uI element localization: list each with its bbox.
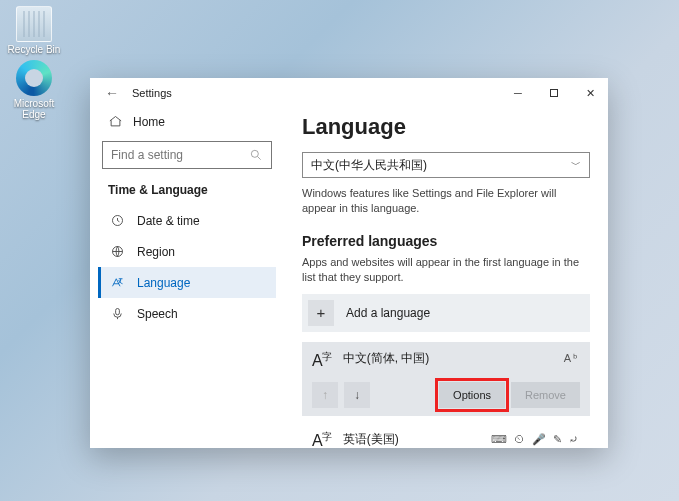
add-language-label: Add a language — [346, 306, 430, 320]
language-glyph-icon: A字 — [312, 430, 331, 448]
edge-label: Microsoft Edge — [4, 98, 64, 120]
options-button[interactable]: Options — [439, 382, 505, 408]
nav-label: Date & time — [137, 214, 200, 228]
settings-window: ← Settings ─ ✕ Home Find a setting Time … — [90, 78, 608, 448]
language-item-en[interactable]: A字 英语(美国) ⌨ ⏲ 🎤 ✎ ⤾ — [302, 426, 590, 448]
move-up-button[interactable]: ↑ — [312, 382, 338, 408]
feature-icons: ⌨ ⏲ 🎤 ✎ ⤾ — [491, 433, 580, 446]
language-icon — [110, 275, 125, 290]
back-button[interactable]: ← — [100, 81, 124, 105]
minimize-button[interactable]: ─ — [500, 78, 536, 108]
nav-region[interactable]: Region — [98, 236, 276, 267]
home-nav[interactable]: Home — [98, 108, 276, 135]
plus-icon: + — [308, 300, 334, 326]
language-item-zh[interactable]: A字 中文(简体, 中国) Aᵇ ↑ ↓ Options Remove — [302, 342, 590, 416]
maximize-button[interactable] — [536, 78, 572, 108]
svg-point-0 — [251, 150, 258, 157]
search-placeholder: Find a setting — [111, 148, 183, 162]
add-language-button[interactable]: + Add a language — [302, 294, 590, 332]
globe-icon — [110, 244, 125, 259]
recycle-bin-label: Recycle Bin — [4, 44, 64, 55]
titlebar: ← Settings ─ ✕ — [90, 78, 608, 108]
language-name: 中文(简体, 中国) — [343, 350, 430, 367]
dropdown-value: 中文(中华人民共和国) — [311, 157, 427, 174]
search-icon — [249, 148, 263, 162]
clock-icon — [110, 213, 125, 228]
preferred-heading: Preferred languages — [302, 233, 590, 249]
nav-label: Language — [137, 276, 190, 290]
chevron-down-icon: ﹀ — [571, 158, 581, 172]
window-title: Settings — [132, 87, 172, 99]
language-name: 英语(美国) — [343, 431, 399, 448]
nav-date-time[interactable]: Date & time — [98, 205, 276, 236]
search-input[interactable]: Find a setting — [102, 141, 272, 169]
edge-icon[interactable]: Microsoft Edge — [4, 60, 64, 120]
preferred-description: Apps and websites will appear in the fir… — [302, 255, 590, 286]
recycle-bin-icon[interactable]: Recycle Bin — [4, 6, 64, 55]
nav-label: Speech — [137, 307, 178, 321]
category-header: Time & Language — [98, 179, 276, 205]
close-button[interactable]: ✕ — [572, 78, 608, 108]
page-title: Language — [302, 114, 590, 140]
main-panel: Language 中文(中华人民共和国) ﹀ Windows features … — [284, 108, 608, 448]
mic-icon — [110, 306, 125, 321]
nav-language[interactable]: Language — [98, 267, 276, 298]
desktop: Recycle Bin Microsoft Edge ← Settings ─ … — [0, 0, 679, 501]
display-language-description: Windows features like Settings and File … — [302, 186, 590, 217]
home-icon — [108, 114, 123, 129]
remove-button[interactable]: Remove — [511, 382, 580, 408]
home-label: Home — [133, 115, 165, 129]
language-glyph-icon: A字 — [312, 350, 331, 368]
move-down-button[interactable]: ↓ — [344, 382, 370, 408]
nav-speech[interactable]: Speech — [98, 298, 276, 329]
svg-rect-3 — [116, 309, 120, 315]
default-input-icon: Aᵇ — [564, 352, 580, 365]
display-language-dropdown[interactable]: 中文(中华人民共和国) ﹀ — [302, 152, 590, 178]
nav-label: Region — [137, 245, 175, 259]
sidebar: Home Find a setting Time & Language Date… — [90, 108, 284, 448]
